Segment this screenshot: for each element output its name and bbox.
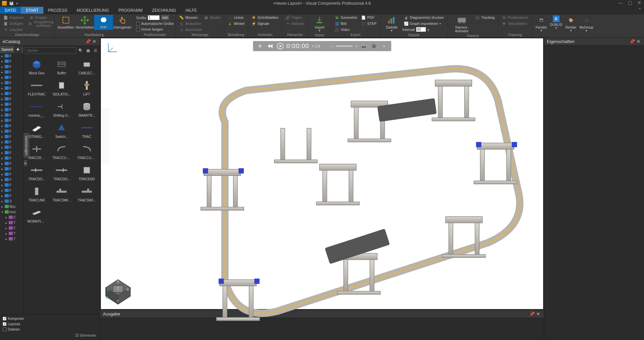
snap-checkbox[interactable]: Immer fangen: [136, 27, 163, 32]
pin-icon[interactable]: 📌: [85, 39, 91, 44]
tree-row[interactable]: ▸F: [0, 123, 23, 128]
collapse-ribbon-icon[interactable]: ⌃: [638, 7, 641, 12]
close-button[interactable]: ✕: [636, 0, 643, 5]
catalog-item[interactable]: TRACDO...: [25, 165, 48, 181]
tab-file[interactable]: DATEI: [0, 7, 21, 14]
search-input[interactable]: [25, 47, 76, 54]
filter-layouts[interactable]: ✓Layouts: [3, 321, 97, 327]
vtool-7[interactable]: [102, 157, 109, 164]
catalog-item[interactable]: TRACCUR...: [50, 144, 73, 160]
catalog-item[interactable]: Buffer: [50, 59, 73, 75]
vtool-1[interactable]: [102, 109, 109, 116]
vtool-6[interactable]: [102, 149, 109, 156]
save-icon[interactable]: [9, 1, 14, 6]
tree-row[interactable]: ▸F: [0, 128, 23, 134]
3d-viewport[interactable]: ⚙ 0:00:00 × 1.0 — + 📷 🎥 ▾: [101, 38, 543, 309]
tree-row[interactable]: ▸T: [0, 225, 23, 231]
catalog-item[interactable]: montrac_...: [25, 102, 48, 117]
rewind-button[interactable]: [266, 42, 274, 50]
tree-row[interactable]: ▸T: [0, 236, 23, 241]
play-button[interactable]: [276, 42, 284, 50]
output-pin-icon[interactable]: 📌: [529, 311, 535, 316]
tree-row[interactable]: ▸F: [0, 172, 23, 177]
catalog-item[interactable]: TRACDO...: [50, 165, 73, 181]
tree-row[interactable]: ▸F: [0, 53, 23, 59]
print-charts-button[interactable]: 🖨Diagramm(e) drucken: [403, 15, 446, 21]
tree-row[interactable]: ▸F: [0, 150, 23, 155]
tree-row[interactable]: ▸F: [0, 59, 23, 64]
tree-row[interactable]: ▸F: [0, 102, 23, 107]
dualis-button[interactable]: DDUALIS▼: [549, 15, 564, 30]
copy-button[interactable]: 📄Kopieren: [2, 15, 25, 21]
list-view-icon[interactable]: ☰: [92, 47, 99, 53]
tree-row[interactable]: ▸F: [0, 134, 23, 139]
ungroup-button[interactable]: ⊟Gruppierung aufheben: [27, 21, 55, 27]
tab-help[interactable]: HILFE: [181, 7, 201, 14]
add-collection-icon[interactable]: +: [14, 46, 22, 53]
catalog-item[interactable]: WORKPIECE: [25, 207, 48, 223]
collections-side-tab[interactable]: Sammlungen: [24, 133, 29, 158]
filter-components[interactable]: ✓Komponer: [3, 316, 97, 321]
window-button[interactable]: 🗔Fenster▼: [534, 15, 549, 33]
navigation-cube[interactable]: B L R T F: [104, 277, 132, 306]
origin-move-button[interactable]: ✥Verschieben: [500, 21, 529, 27]
pattern-button[interactable]: ▦Muster: [202, 15, 222, 21]
search-icon[interactable]: 🔍: [78, 47, 84, 53]
export-graph-button[interactable]: 📈Graph exportieren▾: [403, 21, 446, 27]
delete-button[interactable]: ✕Löschen: [2, 27, 24, 33]
speed-dec-icon[interactable]: —: [330, 44, 333, 48]
signals-button[interactable]: ⚡Signale: [250, 21, 271, 27]
speed-inc-icon[interactable]: +: [355, 44, 357, 48]
mygroup-button[interactable]: ⬚MyGroup▼: [578, 15, 595, 33]
tree-row[interactable]: ▸C: [0, 215, 23, 220]
tree-row[interactable]: ▸F: [0, 188, 23, 193]
catalog-item[interactable]: TRACCUR...: [75, 144, 99, 160]
close-panel-icon[interactable]: ✕: [91, 39, 97, 44]
qat-dropdown-icon[interactable]: ▾: [16, 1, 18, 6]
expand-icon[interactable]: ▾: [380, 42, 388, 50]
catalog-item[interactable]: Switch...: [50, 123, 73, 139]
tree-row[interactable]: ▸F: [0, 193, 23, 198]
export-geometry-button[interactable]: ▣Geometrie: [333, 15, 358, 21]
dock-button[interactable]: ⎘Andocken: [178, 21, 202, 27]
tree-row[interactable]: ▸F: [0, 107, 23, 112]
catalog-item[interactable]: TRACSWI...: [50, 186, 73, 202]
select-button[interactable]: Auswählen: [56, 15, 75, 30]
properties-close-icon[interactable]: ✕: [635, 39, 641, 44]
angle-button[interactable]: ∠Winkel: [226, 21, 246, 27]
tree-row[interactable]: ▸F: [0, 91, 23, 96]
collapse-tree-icon[interactable]: «: [24, 160, 27, 166]
statistics-button[interactable]: Statistik▼: [382, 15, 401, 33]
tree-row[interactable]: ▾mon: [0, 209, 23, 215]
camera-animator-button[interactable]: Kamera-Animator: [450, 15, 474, 34]
paste-button[interactable]: 📋Einfügen: [2, 21, 25, 27]
tab-program[interactable]: PROGRAMM: [114, 7, 147, 14]
vtool-4[interactable]: [102, 133, 109, 140]
tab-modeling[interactable]: MODELLIERUNG: [72, 7, 114, 14]
origin-position-button[interactable]: ⊕Positionieren: [500, 15, 530, 21]
tree-row[interactable]: ▸Moc: [0, 204, 23, 209]
vtool-5[interactable]: [102, 141, 109, 148]
tree-row[interactable]: ▸T: [0, 220, 23, 225]
tree-row[interactable]: ▸T: [0, 231, 23, 236]
tracking-button[interactable]: 🎥Tracking: [474, 15, 496, 21]
snapshot-icon[interactable]: 📷: [360, 42, 368, 50]
tree-row[interactable]: ▸F: [0, 80, 23, 85]
tab-start[interactable]: START: [21, 7, 43, 14]
tree-row[interactable]: ▸F: [0, 118, 23, 123]
catalog-item[interactable]: LIFT: [75, 80, 99, 96]
minimize-button[interactable]: —: [617, 0, 624, 5]
tree-row[interactable]: ▸F: [0, 96, 23, 102]
catalog-item[interactable]: TRACEND: [75, 165, 99, 181]
move-button[interactable]: Verschieben: [75, 15, 94, 30]
settings-icon[interactable]: ⚙: [256, 42, 264, 50]
catalog-item[interactable]: ISOLATIO...: [50, 80, 73, 96]
properties-pin-icon[interactable]: 📌: [629, 39, 635, 44]
vtool-3[interactable]: [102, 125, 109, 132]
export-image-button[interactable]: 🖼Bild: [333, 21, 358, 27]
record-icon[interactable]: 🎥: [370, 42, 378, 50]
grid-view-icon[interactable]: ▦: [85, 47, 91, 53]
attach-button[interactable]: 🔗Fügen: [284, 15, 303, 21]
tree-row[interactable]: ▸F: [0, 85, 23, 91]
filter-files[interactable]: Dateien: [3, 327, 97, 332]
